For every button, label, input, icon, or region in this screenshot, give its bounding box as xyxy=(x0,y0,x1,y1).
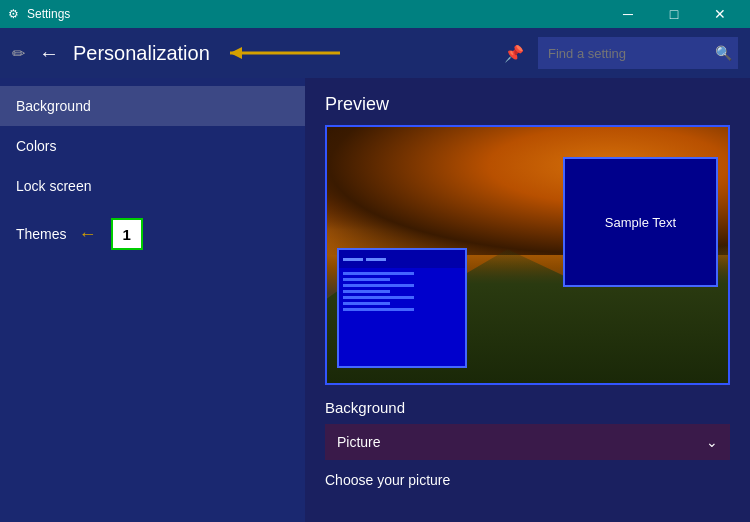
header-bar: ✏ ← Personalization 📌 🔍 xyxy=(0,28,750,78)
svg-marker-1 xyxy=(230,47,242,59)
arrow-annotation xyxy=(220,38,494,68)
sidebar-item-lockscreen[interactable]: Lock screen xyxy=(0,166,305,206)
sidebar-item-label: Colors xyxy=(16,138,56,154)
sample-text-box: Sample Text xyxy=(563,157,718,287)
maximize-button[interactable]: □ xyxy=(652,0,696,28)
bg-section-label: Background xyxy=(325,399,730,416)
mini-line-1 xyxy=(343,272,414,275)
background-dropdown[interactable]: Picture Solid color Slideshow xyxy=(325,424,730,460)
title-bar-controls: ─ □ ✕ xyxy=(606,0,742,28)
mini-taskbar xyxy=(339,250,465,268)
title-bar: ⚙ Settings ─ □ ✕ xyxy=(0,0,750,28)
mini-tb-dot xyxy=(343,258,363,261)
sidebar-item-colors[interactable]: Colors xyxy=(0,126,305,166)
sidebar-item-label: Background xyxy=(16,98,91,114)
title-bar-title: Settings xyxy=(27,7,70,21)
sidebar-item-themes[interactable]: Themes ← 1 xyxy=(0,206,305,262)
settings-icon: ⚙ xyxy=(8,7,19,21)
pin-icon: 📌 xyxy=(504,44,524,63)
left-arrow-annotation-icon: ← xyxy=(79,224,97,245)
main-layout: Background Colors Lock screen Themes ← 1… xyxy=(0,78,750,522)
back-button[interactable]: ← xyxy=(35,42,63,65)
mini-window xyxy=(337,248,467,368)
search-input[interactable] xyxy=(538,37,738,69)
sidebar: Background Colors Lock screen Themes ← 1 xyxy=(0,78,305,522)
mini-line-5 xyxy=(343,296,414,299)
title-bar-left: ⚙ Settings xyxy=(8,7,70,21)
mini-line-2 xyxy=(343,278,390,281)
mini-content xyxy=(339,268,465,318)
sample-text-label: Sample Text xyxy=(605,215,676,230)
minimize-button[interactable]: ─ xyxy=(606,0,650,28)
bg-section: Background Picture Solid color Slideshow… xyxy=(325,399,730,488)
sidebar-item-label: Themes xyxy=(16,226,67,242)
page-title: Personalization xyxy=(73,42,210,65)
content-area: Preview xyxy=(305,78,750,522)
annotation-badge: 1 xyxy=(111,218,143,250)
mini-line-6 xyxy=(343,302,390,305)
close-button[interactable]: ✕ xyxy=(698,0,742,28)
preview-label: Preview xyxy=(325,94,730,115)
sidebar-item-label: Lock screen xyxy=(16,178,91,194)
sidebar-item-background[interactable]: Background xyxy=(0,86,305,126)
search-wrapper: 🔍 xyxy=(538,37,738,69)
edit-icon: ✏ xyxy=(12,44,25,63)
mini-line-7 xyxy=(343,308,414,311)
preview-window: Sample Text xyxy=(325,125,730,385)
mini-tb-dot-2 xyxy=(366,258,386,261)
mini-line-4 xyxy=(343,290,390,293)
mini-line-3 xyxy=(343,284,414,287)
choose-picture-label: Choose your picture xyxy=(325,472,730,488)
search-button[interactable]: 🔍 xyxy=(715,45,732,61)
yellow-arrow-icon xyxy=(220,41,350,65)
background-dropdown-wrapper: Picture Solid color Slideshow ⌄ xyxy=(325,424,730,460)
